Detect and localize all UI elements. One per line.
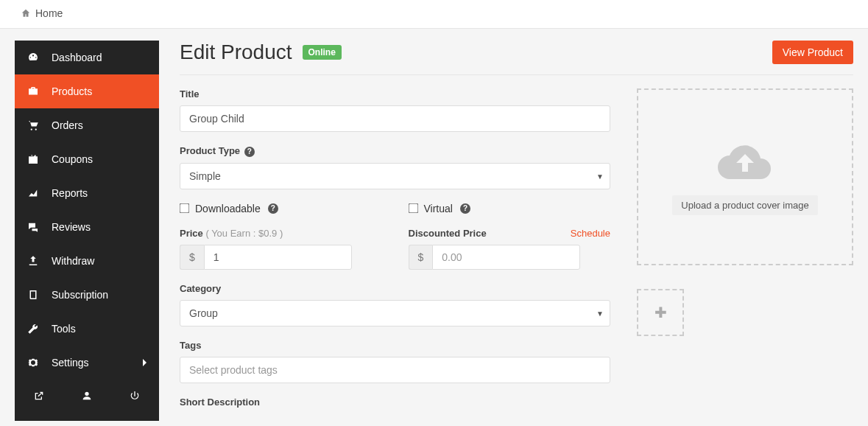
caret-down-icon: ▼ xyxy=(596,172,604,180)
sidebar-item-label: Tools xyxy=(52,323,147,335)
virtual-label: Virtual xyxy=(424,203,453,214)
book-icon xyxy=(27,288,40,301)
currency-addon: $ xyxy=(180,245,204,270)
help-icon[interactable]: ? xyxy=(244,147,255,157)
add-image-button[interactable]: ✚ xyxy=(637,289,684,336)
breadcrumb-home-label: Home xyxy=(35,7,63,19)
page-title: Edit Product xyxy=(180,41,292,64)
power-button[interactable] xyxy=(111,380,159,412)
dashboard-icon xyxy=(27,51,40,64)
right-panel: Upload a product cover image ✚ xyxy=(637,88,853,421)
sidebar-item-withdraw[interactable]: Withdraw xyxy=(15,244,159,278)
cart-icon xyxy=(27,119,40,132)
cover-image-upload[interactable]: Upload a product cover image xyxy=(637,88,853,265)
chevron-right-icon xyxy=(141,358,147,367)
caret-down-icon: ▼ xyxy=(596,309,604,317)
sidebar-item-settings[interactable]: Settings xyxy=(15,346,159,380)
external-link-button[interactable] xyxy=(15,380,63,412)
sidebar-item-label: Products xyxy=(52,85,147,97)
sidebar-item-reviews[interactable]: Reviews xyxy=(15,210,159,244)
gift-icon xyxy=(27,153,40,166)
sidebar-item-tools[interactable]: Tools xyxy=(15,312,159,346)
title-label: Title xyxy=(180,88,610,99)
sidebar-item-label: Coupons xyxy=(52,153,147,165)
upload-text: Upload a product cover image xyxy=(672,195,817,215)
chart-icon xyxy=(27,186,40,200)
sidebar-item-orders[interactable]: Orders xyxy=(15,108,159,142)
sidebar-footer xyxy=(15,380,159,412)
gear-icon xyxy=(27,356,40,369)
breadcrumb: Home xyxy=(0,0,868,29)
home-icon xyxy=(21,8,31,18)
schedule-link[interactable]: Schedule xyxy=(571,228,610,239)
briefcase-icon xyxy=(27,85,40,98)
product-type-select[interactable]: Simple ▼ xyxy=(180,163,610,189)
sidebar-item-label: Dashboard xyxy=(52,52,147,63)
main-content: Edit Product Online View Product Title P… xyxy=(180,41,853,421)
cloud-upload-icon xyxy=(715,139,775,185)
sidebar-item-products[interactable]: Products xyxy=(15,74,159,108)
product-type-label: Product Type ? xyxy=(180,145,610,157)
user-button[interactable] xyxy=(63,380,110,412)
sidebar-item-label: Reviews xyxy=(52,221,147,233)
status-badge: Online xyxy=(303,45,342,60)
short-description-label: Short Description xyxy=(180,397,610,408)
breadcrumb-home-link[interactable]: Home xyxy=(21,7,63,19)
downloadable-label: Downloadable xyxy=(195,203,261,214)
form-area: Title Product Type ? Simple ▼ xyxy=(180,88,610,421)
downloadable-checkbox[interactable] xyxy=(180,203,190,214)
wrench-icon xyxy=(27,322,40,335)
price-label: Price ( You Earn : $0.9 ) xyxy=(180,228,382,239)
plus-icon: ✚ xyxy=(654,304,667,321)
category-label: Category xyxy=(180,283,610,294)
title-input[interactable] xyxy=(180,105,610,132)
virtual-checkbox[interactable] xyxy=(408,203,418,214)
page-header: Edit Product Online View Product xyxy=(180,41,853,75)
upload-icon xyxy=(27,254,40,268)
sidebar-item-label: Settings xyxy=(52,357,130,369)
sidebar: Dashboard Products Orders Coupons Report… xyxy=(15,41,159,421)
help-icon[interactable]: ? xyxy=(460,203,470,214)
sidebar-item-label: Reports xyxy=(52,187,147,199)
category-select[interactable]: Group ▼ xyxy=(180,300,610,327)
tags-label: Tags xyxy=(180,340,610,351)
sidebar-item-label: Orders xyxy=(52,119,147,131)
help-icon[interactable]: ? xyxy=(268,203,278,214)
sidebar-item-subscription[interactable]: Subscription xyxy=(15,278,159,312)
view-product-button[interactable]: View Product xyxy=(772,41,853,64)
sidebar-item-coupons[interactable]: Coupons xyxy=(15,142,159,176)
discounted-price-input[interactable] xyxy=(432,245,580,270)
price-input[interactable] xyxy=(204,245,352,270)
discounted-label: Discounted Price xyxy=(409,228,487,239)
currency-addon: $ xyxy=(409,245,433,270)
sidebar-item-dashboard[interactable]: Dashboard xyxy=(15,41,159,74)
sidebar-item-label: Withdraw xyxy=(52,255,147,267)
sidebar-item-reports[interactable]: Reports xyxy=(15,176,159,210)
tags-input[interactable]: Select product tags xyxy=(180,357,610,383)
comments-icon xyxy=(27,220,40,234)
sidebar-item-label: Subscription xyxy=(52,289,147,301)
